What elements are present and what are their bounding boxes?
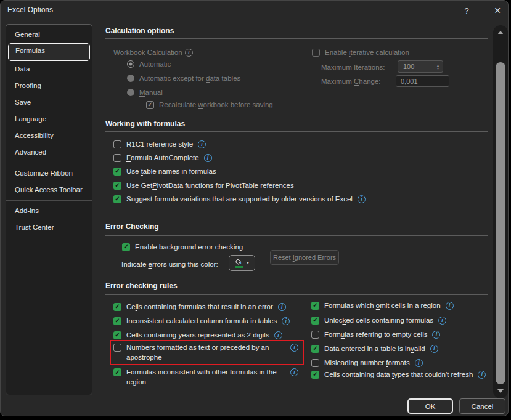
cancel-button[interactable]: Cancel <box>459 398 505 414</box>
max-iterations-value: 100 <box>398 63 436 70</box>
radio-button-icon <box>127 60 134 68</box>
checkbox-icon: ✓ <box>113 195 121 203</box>
info-icon[interactable]: i <box>290 368 298 376</box>
checkbox-use-table-names[interactable]: ✓ Use table names in formulas <box>113 165 216 177</box>
checkbox-icon: ✓ <box>311 359 319 367</box>
sidebar-item-trust-center[interactable]: Trust Center <box>6 219 92 236</box>
radio-automatic[interactable]: Automatic <box>127 58 171 70</box>
info-icon[interactable]: i <box>432 331 440 339</box>
checkbox-formulas-empty-cells[interactable]: ✓ Formulas referring to empty cells i <box>311 328 440 341</box>
info-icon[interactable]: i <box>204 154 212 162</box>
checkbox-icon: ✓ <box>122 243 130 251</box>
checkbox-enable-background-error-checking[interactable]: ✓ Enable background error checking <box>122 241 243 253</box>
checkbox-years-2-digits[interactable]: ✓ Cells containing years represented as … <box>113 329 282 341</box>
check-icon: ✓ <box>115 332 120 338</box>
info-icon[interactable]: i <box>278 303 286 311</box>
sidebar-item-add-ins[interactable]: Add-ins <box>6 203 92 219</box>
scroll-down-icon[interactable] <box>497 389 504 393</box>
sidebar-item-quick-access-toolbar[interactable]: Quick Access Toolbar <box>6 182 92 198</box>
dialog-title: Excel Options <box>7 6 53 14</box>
section-working-with-formulas: Working with formulas <box>105 119 488 132</box>
checkbox-icon: ✓ <box>113 182 121 190</box>
info-icon[interactable]: i <box>358 195 366 203</box>
info-icon[interactable]: i <box>430 345 438 353</box>
paint-bucket-icon <box>235 259 243 268</box>
help-icon: ? <box>464 6 468 15</box>
sidebar-item-proofing[interactable]: Proofing <box>6 78 92 94</box>
info-icon[interactable]: i <box>415 359 423 367</box>
checkbox-enable-iterative-calculation[interactable]: ✓ Enable iterative calculation <box>312 46 409 59</box>
help-button[interactable]: ? <box>459 3 474 18</box>
checkbox-icon: ✓ <box>113 154 121 162</box>
selected-color-swatch <box>235 266 243 268</box>
check-icon: ✓ <box>123 244 128 250</box>
vertical-scrollbar[interactable] <box>493 25 508 398</box>
check-icon: ✓ <box>313 371 317 378</box>
radio-manual[interactable]: Manual <box>127 86 163 99</box>
checkbox-data-table-invalid[interactable]: ✓ Data entered in a table is invalid i <box>311 342 438 355</box>
spin-down-icon[interactable]: ▼ <box>436 67 439 70</box>
sidebar-item-data[interactable]: Data <box>6 61 92 78</box>
scrollbar-thumb[interactable] <box>496 62 505 384</box>
scroll-up-icon[interactable] <box>497 31 504 34</box>
checkbox-suggest-formula-variations[interactable]: ✓ Suggest formula variations that are su… <box>113 193 366 205</box>
max-iterations-spinner[interactable]: 100 ▲ ▼ <box>398 60 443 73</box>
sidebar-item-advanced[interactable]: Advanced <box>6 144 92 161</box>
checkbox-recalculate-workbook[interactable]: ✓ Recalculate workbook before saving <box>146 99 273 111</box>
checkbox-icon: ✓ <box>113 168 121 176</box>
checkbox-icon: ✓ <box>311 345 319 353</box>
checkbox-unlocked-cells[interactable]: ✓ Unlocked cells containing formulas i <box>311 314 446 326</box>
close-button[interactable]: ✕ <box>489 3 505 18</box>
check-icon: ✓ <box>115 370 120 376</box>
check-icon: ✓ <box>115 168 120 174</box>
checkbox-cells-formulas-error[interactable]: ✓ Cells containing formulas that result … <box>113 301 286 313</box>
checkbox-data-types-refresh[interactable]: ✓ Cells containing data types that could… <box>311 368 486 381</box>
info-icon[interactable]: i <box>438 317 446 325</box>
sidebar-item-formulas[interactable]: Formulas <box>8 43 90 61</box>
workbook-calculation-group-label: Workbook Calculation i <box>113 46 193 59</box>
section-error-checking: Error Checking <box>105 222 488 236</box>
spin-up-icon[interactable]: ▲ <box>436 64 439 67</box>
ok-button[interactable]: OK <box>407 398 453 414</box>
checkbox-formula-autocomplete[interactable]: ✓ Formula AutoComplete i <box>113 151 212 164</box>
chevron-down-icon: ▾ <box>247 260 249 265</box>
info-icon[interactable]: i <box>274 331 282 339</box>
info-icon[interactable]: i <box>282 317 290 325</box>
check-icon: ✓ <box>313 317 317 323</box>
error-color-dropdown[interactable]: ▾ <box>229 255 255 271</box>
radio-automatic-except-data-tables[interactable]: Automatic except for data tables <box>127 72 240 84</box>
reset-ignored-errors-button[interactable]: Reset Ignored Errors <box>270 250 339 265</box>
max-change-value: 0,001 <box>401 78 418 85</box>
info-icon: i <box>185 49 193 57</box>
checkbox-inconsistent-calculated-column[interactable]: ✓ Inconsistent calculated column formula… <box>113 315 290 327</box>
check-icon: ✓ <box>313 302 317 309</box>
checkbox-r1c1-reference-style[interactable]: ✓ R1C1 reference style i <box>113 138 206 150</box>
checkbox-formulas-omit-cells[interactable]: ✓ Formulas which omit cells in a region … <box>311 299 454 312</box>
sidebar-divider <box>6 200 92 201</box>
info-icon[interactable]: i <box>478 371 486 379</box>
info-icon[interactable]: i <box>290 344 298 352</box>
checkbox-formulas-inconsistent-region[interactable]: ✓ Formulas inconsistent with other formu… <box>113 368 305 387</box>
sidebar-divider <box>6 163 92 163</box>
checkbox-misleading-number-formats[interactable]: ✓ Misleading number formats i <box>311 357 423 369</box>
sidebar-item-language[interactable]: Language <box>6 111 92 127</box>
checkbox-use-getpivotdata[interactable]: ✓ Use GetPivotData functions for PivotTa… <box>113 179 294 192</box>
checkbox-icon: ✓ <box>311 302 319 310</box>
close-icon: ✕ <box>494 6 501 15</box>
sidebar-item-general[interactable]: General <box>6 26 92 43</box>
max-change-field[interactable]: 0,001 <box>396 75 449 87</box>
section-calculation-options: Calculation options <box>105 26 488 39</box>
sidebar-item-customize-ribbon[interactable]: Customize Ribbon <box>6 165 92 182</box>
info-icon[interactable]: i <box>446 302 454 310</box>
checkbox-icon: ✓ <box>113 344 121 352</box>
excel-options-dialog: Excel Options ? ✕ General Formulas Data … <box>0 0 509 416</box>
checkbox-icon: ✓ <box>146 101 154 109</box>
check-icon: ✓ <box>147 102 152 108</box>
sidebar-item-save[interactable]: Save <box>6 94 92 111</box>
info-icon[interactable]: i <box>198 140 206 148</box>
spinner-arrows[interactable]: ▲ ▼ <box>436 64 443 70</box>
sidebar-item-accessibility[interactable]: Accessibility <box>6 127 92 144</box>
check-icon: ✓ <box>115 304 120 310</box>
checkbox-numbers-formatted-as-text[interactable]: ✓ Numbers formatted as text or preceded … <box>113 343 305 362</box>
checkbox-icon: ✓ <box>312 49 320 57</box>
